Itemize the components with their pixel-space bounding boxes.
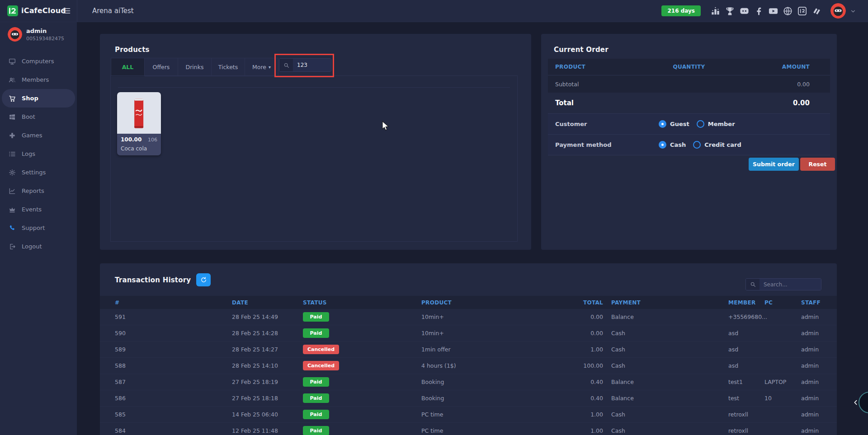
layers-icon[interactable] [811, 6, 822, 16]
radio-circle [659, 141, 666, 149]
product-card[interactable]: 100.00106Coca cola [117, 92, 161, 155]
refresh-button[interactable] [196, 273, 211, 286]
radio-label: Member [708, 121, 735, 127]
customer-row: Customer GuestMember [548, 113, 830, 134]
icafe-icon[interactable] [797, 6, 807, 16]
topbar-main: Arena aiTest 216 days [77, 0, 868, 22]
total-label: Total [548, 99, 642, 107]
total-value: 0.00 [736, 99, 830, 107]
tab-offers[interactable]: Offers [145, 58, 178, 76]
sidebar-item-label: Events [22, 206, 42, 213]
total-row: Total 0.00 [548, 93, 830, 113]
sidebar-item-events[interactable]: Events [0, 200, 77, 219]
icafecloud-logo-icon [7, 5, 19, 17]
products-title: Products [115, 46, 150, 54]
sidebar-user[interactable]: admin 005193482475 [0, 22, 77, 50]
table-row[interactable]: 59128 Feb 25 14:49Paid10min+0.00Balance+… [100, 309, 837, 325]
subtotal-label: Subtotal [548, 81, 642, 88]
brand[interactable]: iCafeCloud [0, 0, 77, 22]
product-stock: 106 [148, 137, 157, 143]
radio-cash[interactable]: Cash [659, 141, 686, 149]
chart-icon [9, 187, 16, 195]
product-name: Coca cola [121, 145, 157, 152]
sidebar-item-boot[interactable]: Boot [0, 108, 77, 126]
logout-icon [9, 243, 16, 250]
gamepad-icon [9, 132, 16, 139]
sidebar-item-members[interactable]: Members [0, 70, 77, 89]
column-header-id: # [115, 299, 232, 306]
tab-tickets[interactable]: Tickets [212, 58, 245, 76]
product-image [117, 92, 161, 134]
sidebar-item-shop[interactable]: Shop [2, 89, 75, 108]
current-order-table: PRODUCT QUANTITY AMOUNT Subtotal 0.00 To… [548, 59, 830, 155]
table-row[interactable]: 59028 Feb 25 14:28Paid10min+0.00Cashasda… [100, 325, 837, 341]
crown-icon [9, 206, 16, 213]
tab-all[interactable]: ALL [111, 58, 145, 76]
sidebar-item-logs[interactable]: Logs [0, 145, 77, 163]
sidebar-item-reports[interactable]: Reports [0, 182, 77, 200]
topbar-right: 216 days [661, 3, 868, 19]
sidebar-item-games[interactable]: Games [0, 126, 77, 145]
transactions-search-input[interactable] [760, 279, 821, 290]
discord-icon[interactable] [739, 6, 750, 16]
column-header-member: MEMBER [728, 299, 764, 306]
facebook-icon[interactable] [754, 6, 764, 16]
radio-credit-card[interactable]: Credit card [693, 141, 741, 149]
products-search-input[interactable] [293, 59, 331, 71]
monitor-icon [9, 58, 16, 65]
license-badge[interactable]: 216 days [661, 5, 701, 16]
transactions-table: #DATESTATUSPRODUCTTOTALPAYMENTMEMBERPCST… [100, 296, 837, 435]
products-grid: 100.00106Coca cola [117, 92, 161, 155]
subtotal-row: Subtotal 0.00 [548, 75, 830, 93]
ranking-icon[interactable] [710, 6, 721, 16]
refresh-icon [200, 276, 207, 283]
radio-circle [693, 141, 701, 149]
chevron-down-icon[interactable] [850, 8, 856, 14]
column-header-date: DATE [232, 299, 303, 306]
user-id: 005193482475 [26, 36, 64, 42]
sidebar-item-support[interactable]: Support [0, 219, 77, 237]
transactions-header-row: #DATESTATUSPRODUCTTOTALPAYMENTMEMBERPCST… [100, 296, 837, 309]
product-price: 100.00 [121, 136, 142, 143]
sidebar-item-label: Boot [22, 113, 35, 120]
table-row[interactable]: 58828 Feb 25 14:10Cancelled4 hours (1$)1… [100, 358, 837, 374]
products-content: 100.00106Coca cola [110, 75, 518, 242]
reset-button[interactable]: Reset [800, 158, 835, 171]
gear-icon [9, 169, 16, 176]
table-row[interactable]: 58727 Feb 25 18:19PaidBooking0.40Balance… [100, 374, 837, 390]
submit-order-button[interactable]: Submit order [749, 158, 799, 171]
table-row[interactable]: 58412 Feb 25 11:48PaidPC time1.00Cashret… [100, 423, 837, 435]
trophy-icon[interactable] [725, 6, 735, 16]
sidebar-item-settings[interactable]: Settings [0, 163, 77, 182]
transactions-search [745, 278, 821, 290]
radio-circle [697, 120, 704, 128]
radio-label: Cash [670, 141, 686, 148]
table-row[interactable]: 58514 Feb 25 06:40PaidPC time1.00Cashret… [100, 407, 837, 423]
chevron-down-icon: ▾ [269, 65, 271, 70]
current-order-header: PRODUCT QUANTITY AMOUNT [548, 59, 830, 75]
youtube-icon[interactable] [768, 6, 778, 16]
menu-icon[interactable] [62, 6, 71, 15]
radio-member[interactable]: Member [697, 120, 735, 128]
status-badge: Paid [303, 377, 329, 387]
subtotal-value: 0.00 [736, 81, 830, 88]
sidebar-item-logout[interactable]: Logout [0, 237, 77, 256]
tab-drinks[interactable]: Drinks [178, 58, 212, 76]
payment-radio-group: CashCredit card [659, 141, 741, 149]
panel-toggle-button[interactable] [859, 392, 868, 413]
user-name: admin [26, 28, 47, 34]
tab-more[interactable]: More▾ [245, 58, 278, 76]
sidebar-item-computers[interactable]: Computers [0, 52, 77, 70]
status-badge: Cancelled [303, 345, 339, 354]
status-badge: Paid [303, 393, 329, 403]
status-badge: Paid [303, 426, 329, 435]
globe-icon[interactable] [783, 6, 793, 16]
column-header-status: STATUS [303, 299, 421, 306]
table-row[interactable]: 58928 Feb 25 14:27Cancelled1min offer1.0… [100, 341, 837, 358]
user-avatar[interactable] [830, 3, 846, 19]
status-badge: Paid [303, 312, 329, 322]
tab-label: Tickets [218, 64, 238, 70]
radio-guest[interactable]: Guest [659, 120, 689, 128]
column-header-payment: PAYMENT [603, 299, 728, 306]
table-row[interactable]: 58627 Feb 25 18:18PaidBooking0.40Balance… [100, 390, 837, 407]
